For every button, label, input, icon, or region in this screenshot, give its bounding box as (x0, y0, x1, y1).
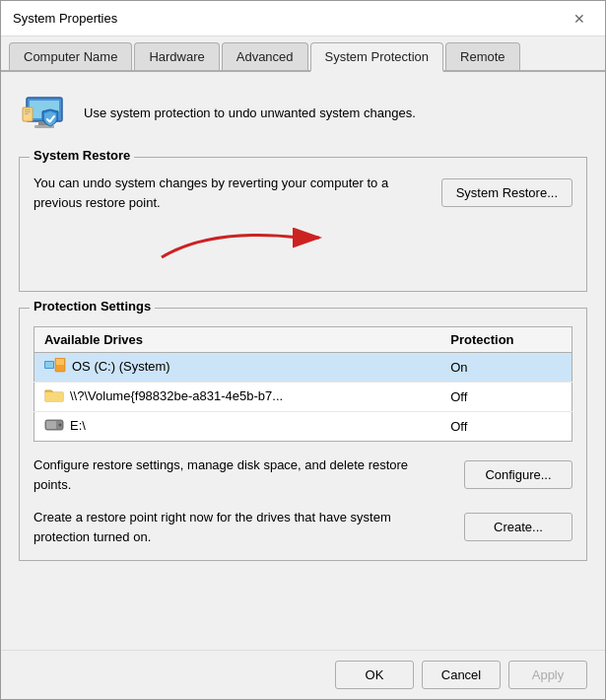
create-description: Create a restore point right now for the… (34, 508, 448, 546)
svg-rect-12 (56, 359, 64, 365)
apply-button[interactable]: Apply (508, 661, 587, 689)
window-title: System Properties (13, 11, 566, 26)
tab-remote[interactable]: Remote (445, 42, 520, 70)
create-button[interactable]: Create... (464, 513, 572, 541)
folder-icon (44, 387, 64, 403)
drive-name-volume: \\?\Volume{f98832be-a831-4e5b-b7... (34, 383, 441, 412)
svg-rect-5 (25, 109, 31, 110)
tab-computer-name[interactable]: Computer Name (9, 42, 132, 70)
drive-protection-volume: Off (440, 383, 572, 412)
configure-button[interactable]: Configure... (464, 460, 572, 489)
drive-protection-os: On (440, 353, 572, 383)
col-protection: Protection (440, 327, 572, 353)
shield-computer-icon (21, 90, 68, 137)
system-restore-section: System Restore You can undo system chang… (19, 157, 587, 292)
drive-name-os: OS (C:) (System) (34, 353, 441, 383)
drive-protection-e: Off (440, 412, 572, 442)
svg-rect-14 (46, 421, 56, 429)
system-protection-icon (19, 88, 70, 139)
col-available-drives: Available Drives (34, 327, 441, 353)
protection-content: Available Drives Protection (34, 326, 572, 546)
ok-button[interactable]: OK (335, 661, 414, 689)
arrow-icon (152, 218, 349, 267)
arrow-hint (34, 216, 572, 269)
e-drive-label: E:\ (44, 417, 86, 433)
volume-drive-label: \\?\Volume{f98832be-a831-4e5b-b7... (44, 387, 283, 403)
svg-rect-6 (25, 111, 31, 112)
table-row[interactable]: \\?\Volume{f98832be-a831-4e5b-b7... Off (34, 383, 572, 412)
configure-row: Configure restore settings, manage disk … (34, 455, 572, 494)
create-row: Create a restore point right now for the… (34, 508, 572, 546)
svg-rect-10 (45, 362, 53, 368)
tabs-container: Computer Name Hardware Advanced System P… (1, 36, 605, 72)
svg-point-15 (59, 424, 62, 427)
system-restore-button[interactable]: System Restore... (441, 178, 572, 207)
svg-rect-7 (25, 113, 29, 114)
close-button[interactable]: ✕ (566, 5, 593, 33)
tab-content: Use system protection to undo unwanted s… (1, 72, 605, 650)
restore-description: You can undo system changes by reverting… (34, 174, 426, 212)
tab-hardware[interactable]: Hardware (134, 42, 219, 70)
table-row[interactable]: OS (C:) (System) On (34, 353, 572, 383)
drive-icon (44, 417, 64, 433)
tab-advanced[interactable]: Advanced (222, 42, 308, 70)
tab-system-protection[interactable]: System Protection (310, 42, 444, 72)
title-bar: System Properties ✕ (1, 1, 605, 36)
table-row[interactable]: E:\ Off (34, 412, 572, 442)
drives-table: Available Drives Protection (34, 326, 572, 442)
restore-row: You can undo system changes by reverting… (34, 174, 572, 212)
system-properties-window: System Properties ✕ Computer Name Hardwa… (0, 0, 606, 700)
protection-settings-label: Protection Settings (30, 299, 155, 314)
os-drive-label: OS (C:) (System) (44, 358, 170, 374)
protection-settings-section: Protection Settings Available Drives Pro… (19, 308, 587, 561)
drive-name-e: E:\ (34, 412, 441, 442)
header-description: Use system protection to undo unwanted s… (84, 104, 416, 123)
system-restore-label: System Restore (30, 148, 134, 163)
system-drive-icon (44, 358, 66, 374)
configure-description: Configure restore settings, manage disk … (34, 455, 448, 494)
dialog-footer: OK Cancel Apply (1, 650, 605, 699)
cancel-button[interactable]: Cancel (422, 661, 501, 689)
header-section: Use system protection to undo unwanted s… (19, 88, 587, 139)
